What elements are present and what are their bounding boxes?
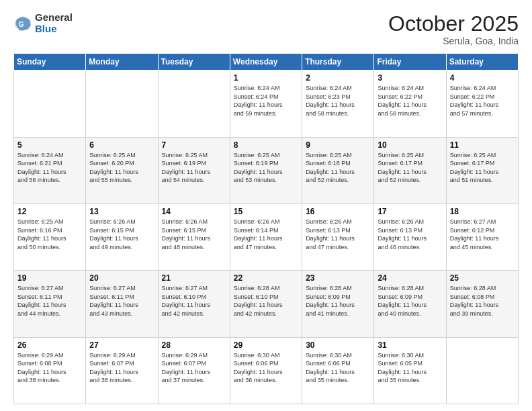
- page: G General Blue October 2025 Serula, Goa,…: [0, 0, 532, 411]
- day-info: Sunrise: 6:29 AM Sunset: 6:07 PM Dayligh…: [162, 351, 226, 385]
- day-number: 30: [306, 340, 370, 350]
- table-row: 17Sunrise: 6:26 AM Sunset: 6:13 PM Dayli…: [374, 203, 446, 270]
- day-number: 13: [89, 207, 154, 216]
- day-info: Sunrise: 6:28 AM Sunset: 6:10 PM Dayligh…: [234, 284, 298, 318]
- day-number: 8: [234, 140, 298, 150]
- table-row: 21Sunrise: 6:27 AM Sunset: 6:10 PM Dayli…: [158, 271, 230, 337]
- calendar-week-row: 19Sunrise: 6:27 AM Sunset: 6:11 PM Dayli…: [14, 271, 519, 337]
- day-info: Sunrise: 6:25 AM Sunset: 6:17 PM Dayligh…: [378, 151, 442, 185]
- table-row: 23Sunrise: 6:28 AM Sunset: 6:09 PM Dayli…: [302, 271, 374, 337]
- calendar-week-row: 1Sunrise: 6:24 AM Sunset: 6:24 PM Daylig…: [14, 71, 519, 137]
- table-row: 3Sunrise: 6:24 AM Sunset: 6:22 PM Daylig…: [374, 71, 446, 137]
- day-info: Sunrise: 6:26 AM Sunset: 6:15 PM Dayligh…: [162, 218, 226, 251]
- calendar-week-row: 26Sunrise: 6:29 AM Sunset: 6:08 PM Dayli…: [14, 337, 519, 404]
- table-row: 30Sunrise: 6:30 AM Sunset: 6:06 PM Dayli…: [302, 337, 374, 404]
- day-number: 16: [306, 207, 370, 216]
- day-info: Sunrise: 6:25 AM Sunset: 6:18 PM Dayligh…: [306, 151, 370, 185]
- day-info: Sunrise: 6:24 AM Sunset: 6:21 PM Dayligh…: [17, 151, 82, 185]
- calendar-week-row: 5Sunrise: 6:24 AM Sunset: 6:21 PM Daylig…: [14, 137, 519, 203]
- table-row: 22Sunrise: 6:28 AM Sunset: 6:10 PM Dayli…: [230, 271, 302, 337]
- title-block: October 2025 Serula, Goa, India: [388, 12, 519, 46]
- svg-text:G: G: [18, 20, 24, 28]
- table-row: 19Sunrise: 6:27 AM Sunset: 6:11 PM Dayli…: [14, 271, 86, 337]
- day-number: 7: [162, 140, 226, 150]
- table-row: 26Sunrise: 6:29 AM Sunset: 6:08 PM Dayli…: [14, 337, 86, 404]
- day-info: Sunrise: 6:28 AM Sunset: 6:08 PM Dayligh…: [450, 284, 515, 318]
- day-number: 31: [378, 340, 442, 350]
- day-info: Sunrise: 6:25 AM Sunset: 6:20 PM Dayligh…: [89, 151, 154, 185]
- table-row: 28Sunrise: 6:29 AM Sunset: 6:07 PM Dayli…: [158, 337, 230, 404]
- calendar-header-row: Sunday Monday Tuesday Wednesday Thursday…: [14, 54, 519, 71]
- logo: G General Blue: [13, 12, 73, 34]
- col-friday: Friday: [374, 54, 446, 71]
- table-row: 20Sunrise: 6:27 AM Sunset: 6:11 PM Dayli…: [86, 271, 158, 337]
- table-row: 4Sunrise: 6:24 AM Sunset: 6:22 PM Daylig…: [446, 71, 518, 137]
- day-info: Sunrise: 6:28 AM Sunset: 6:09 PM Dayligh…: [306, 284, 370, 318]
- day-info: Sunrise: 6:26 AM Sunset: 6:13 PM Dayligh…: [306, 218, 370, 251]
- logo-icon: G: [13, 14, 32, 33]
- day-info: Sunrise: 6:30 AM Sunset: 6:06 PM Dayligh…: [234, 351, 298, 385]
- day-number: 17: [378, 207, 442, 216]
- table-row: 14Sunrise: 6:26 AM Sunset: 6:15 PM Dayli…: [158, 203, 230, 270]
- day-info: Sunrise: 6:29 AM Sunset: 6:08 PM Dayligh…: [17, 351, 82, 385]
- table-row: 29Sunrise: 6:30 AM Sunset: 6:06 PM Dayli…: [230, 337, 302, 404]
- day-number: 18: [450, 207, 515, 216]
- day-number: 14: [162, 207, 226, 216]
- day-number: 2: [306, 73, 370, 83]
- day-info: Sunrise: 6:27 AM Sunset: 6:11 PM Dayligh…: [17, 284, 82, 318]
- table-row: 24Sunrise: 6:28 AM Sunset: 6:09 PM Dayli…: [374, 271, 446, 337]
- header: G General Blue October 2025 Serula, Goa,…: [13, 12, 519, 46]
- day-number: 25: [450, 273, 515, 283]
- location: Serula, Goa, India: [388, 36, 519, 46]
- day-number: 11: [450, 140, 515, 150]
- table-row: 6Sunrise: 6:25 AM Sunset: 6:20 PM Daylig…: [86, 137, 158, 203]
- day-number: 21: [162, 273, 226, 283]
- col-saturday: Saturday: [446, 54, 518, 71]
- day-info: Sunrise: 6:27 AM Sunset: 6:11 PM Dayligh…: [89, 284, 154, 318]
- day-number: 20: [89, 273, 154, 283]
- day-number: 19: [17, 273, 82, 283]
- day-info: Sunrise: 6:26 AM Sunset: 6:15 PM Dayligh…: [89, 218, 154, 251]
- table-row: 2Sunrise: 6:24 AM Sunset: 6:23 PM Daylig…: [302, 71, 374, 137]
- table-row: [86, 71, 158, 137]
- day-info: Sunrise: 6:24 AM Sunset: 6:23 PM Dayligh…: [306, 84, 370, 118]
- table-row: 12Sunrise: 6:25 AM Sunset: 6:16 PM Dayli…: [14, 203, 86, 270]
- table-row: 16Sunrise: 6:26 AM Sunset: 6:13 PM Dayli…: [302, 203, 374, 270]
- month-title: October 2025: [388, 12, 519, 36]
- col-thursday: Thursday: [302, 54, 374, 71]
- day-number: 1: [234, 73, 298, 83]
- table-row: 7Sunrise: 6:25 AM Sunset: 6:19 PM Daylig…: [158, 137, 230, 203]
- table-row: 13Sunrise: 6:26 AM Sunset: 6:15 PM Dayli…: [86, 203, 158, 270]
- day-info: Sunrise: 6:27 AM Sunset: 6:10 PM Dayligh…: [162, 284, 226, 318]
- day-number: 6: [89, 140, 154, 150]
- day-info: Sunrise: 6:25 AM Sunset: 6:17 PM Dayligh…: [450, 151, 515, 185]
- day-info: Sunrise: 6:27 AM Sunset: 6:12 PM Dayligh…: [450, 218, 515, 251]
- logo-general: General: [35, 12, 73, 24]
- table-row: 15Sunrise: 6:26 AM Sunset: 6:14 PM Dayli…: [230, 203, 302, 270]
- table-row: [446, 337, 518, 404]
- day-number: 4: [450, 73, 515, 83]
- day-info: Sunrise: 6:29 AM Sunset: 6:07 PM Dayligh…: [89, 351, 154, 385]
- day-number: 3: [378, 73, 442, 83]
- table-row: 31Sunrise: 6:30 AM Sunset: 6:05 PM Dayli…: [374, 337, 446, 404]
- col-monday: Monday: [86, 54, 158, 71]
- day-number: 10: [378, 140, 442, 150]
- table-row: 10Sunrise: 6:25 AM Sunset: 6:17 PM Dayli…: [374, 137, 446, 203]
- col-sunday: Sunday: [14, 54, 86, 71]
- table-row: 25Sunrise: 6:28 AM Sunset: 6:08 PM Dayli…: [446, 271, 518, 337]
- day-number: 26: [17, 340, 82, 350]
- day-number: 22: [234, 273, 298, 283]
- day-info: Sunrise: 6:26 AM Sunset: 6:13 PM Dayligh…: [378, 218, 442, 251]
- day-number: 12: [17, 207, 82, 216]
- table-row: 5Sunrise: 6:24 AM Sunset: 6:21 PM Daylig…: [14, 137, 86, 203]
- day-info: Sunrise: 6:25 AM Sunset: 6:16 PM Dayligh…: [17, 218, 82, 251]
- table-row: [158, 71, 230, 137]
- day-info: Sunrise: 6:30 AM Sunset: 6:05 PM Dayligh…: [378, 351, 442, 385]
- day-number: 28: [162, 340, 226, 350]
- logo-text: General Blue: [35, 12, 73, 34]
- table-row: 18Sunrise: 6:27 AM Sunset: 6:12 PM Dayli…: [446, 203, 518, 270]
- day-info: Sunrise: 6:30 AM Sunset: 6:06 PM Dayligh…: [306, 351, 370, 385]
- day-info: Sunrise: 6:25 AM Sunset: 6:19 PM Dayligh…: [234, 151, 298, 185]
- calendar: Sunday Monday Tuesday Wednesday Thursday…: [13, 53, 519, 404]
- day-info: Sunrise: 6:28 AM Sunset: 6:09 PM Dayligh…: [378, 284, 442, 318]
